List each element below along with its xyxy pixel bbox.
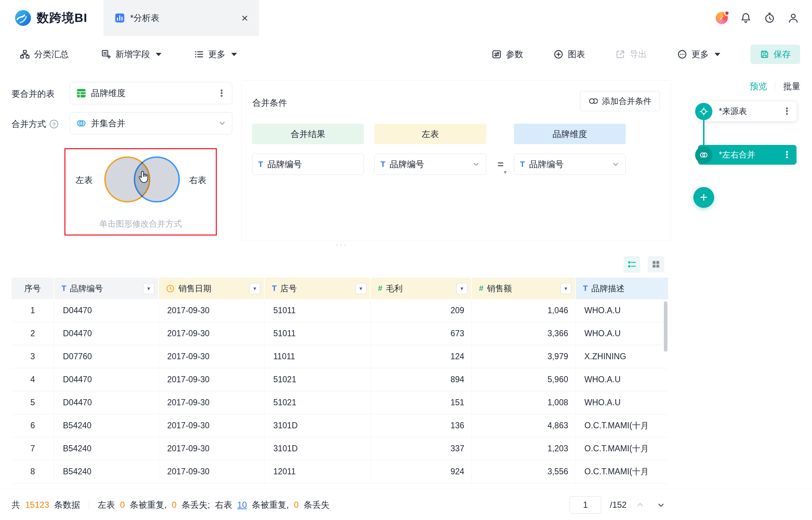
column-header-brand-desc[interactable]: T 品牌描述: [576, 278, 668, 299]
merge-node-venn-icon[interactable]: [695, 146, 712, 164]
save-button[interactable]: 保存: [751, 45, 800, 64]
node-more-icon[interactable]: ⋮: [782, 106, 792, 117]
add-condition-button[interactable]: 添加合并条件: [580, 91, 660, 111]
right-lost-count: 0: [294, 500, 298, 510]
column-filter-button[interactable]: ▼: [249, 283, 260, 294]
cell-index: 2: [12, 322, 54, 345]
cell-sales-amount: 3,366: [472, 322, 576, 345]
classify-summary-button[interactable]: 分类汇总: [20, 49, 69, 60]
column-header-sale-date[interactable]: 销售日期 ▼: [159, 278, 265, 299]
bell-icon[interactable]: [740, 12, 752, 24]
column-filter-button[interactable]: ▼: [456, 283, 467, 294]
operator-select[interactable]: = ▼: [490, 154, 511, 175]
cell-sale-date: 2017-09-30: [159, 299, 265, 322]
cell-brand-desc: X.ZHINING: [576, 345, 668, 368]
table-row[interactable]: 6 B54240 2017-09-30 3101D 136 4,863 O.C.…: [12, 414, 668, 437]
brand-logo-icon: [14, 9, 32, 27]
node-more-icon[interactable]: ⋮: [782, 149, 792, 160]
toolbar-left: 分类汇总 新增字段 更多: [20, 36, 237, 73]
lost-label: 条丢失;: [182, 499, 210, 511]
preview-tab[interactable]: 预览: [750, 81, 767, 92]
panel-resize-handle[interactable]: ···: [316, 240, 367, 250]
cell-store-no: 11011: [265, 345, 371, 368]
chip-label: 品牌维度: [553, 128, 587, 140]
node-left-right-merge[interactable]: *左右合并 ⋮: [698, 145, 797, 165]
merge-conditions-panel: 合并条件 添加合并条件 合并结果 左表 品牌维度 T 品牌编号 T 品牌编号 =…: [241, 80, 671, 241]
merge-table-select[interactable]: 品牌维度 ⋮: [70, 82, 232, 104]
merge-mode-diagram-highlight[interactable]: 左表 右表 单击图形修改合并方式: [64, 148, 217, 236]
add-field-button[interactable]: 新增字段: [101, 49, 161, 60]
table-row[interactable]: 1 D04470 2017-09-30 51011 209 1,046 WHO.…: [12, 299, 668, 322]
vertical-scrollbar[interactable]: [664, 301, 667, 352]
page-total: /152: [610, 500, 627, 510]
cell-sale-date: 2017-09-30: [159, 414, 265, 437]
table-row[interactable]: 4 D04470 2017-09-30 51021 894 5,960 WHO.…: [12, 368, 668, 391]
account-badge-icon[interactable]: ✓: [716, 12, 728, 24]
tab-close-icon[interactable]: ×: [241, 12, 248, 24]
cell-sales-amount: 3,556: [472, 460, 576, 483]
chip-label: 左表: [422, 128, 439, 140]
cell-sale-date: 2017-09-30: [159, 460, 265, 483]
tab-analysis-sheet[interactable]: *分析表 ×: [104, 0, 259, 36]
more-menu-button-right[interactable]: 更多: [677, 49, 720, 60]
merge-mode-value: 并集合并: [91, 118, 126, 129]
column-header-gross-profit[interactable]: # 毛利 ▼: [371, 278, 472, 299]
page-number-input[interactable]: [570, 496, 601, 514]
total-suffix: 条数据: [54, 499, 80, 511]
cell-gross-profit: 209: [371, 299, 472, 322]
page-down-button[interactable]: [653, 497, 669, 512]
cell-brand-code: D07760: [54, 345, 159, 368]
user-icon[interactable]: [788, 12, 799, 24]
cell-sale-date: 2017-09-30: [159, 322, 265, 345]
cell-brand-code: B54240: [54, 414, 159, 437]
right-dup-count-link[interactable]: 10: [237, 500, 247, 510]
grid-view-toggle[interactable]: [648, 256, 664, 273]
params-button[interactable]: 参数: [492, 49, 523, 60]
venn-left-table-label: 左表: [76, 174, 93, 186]
column-header-brand-code[interactable]: T 品牌编号 ▼: [54, 278, 159, 299]
table-row[interactable]: 2 D04470 2017-09-30 51011 673 3,366 WHO.…: [12, 322, 668, 345]
classify-summary-label: 分类汇总: [34, 49, 69, 60]
column-header-sales-amount[interactable]: # 销售额 ▼: [472, 278, 576, 299]
column-header-store-no[interactable]: T 店号 ▼: [265, 278, 371, 299]
chart-button[interactable]: 图表: [553, 49, 585, 60]
text-type-icon: T: [380, 160, 385, 169]
column-label: 毛利: [386, 283, 402, 294]
sidebar-mode-switch: 预览 批量: [750, 81, 800, 92]
status-bar: 共 15123 条数据 左表 0 条被重复, 0 条丢失; 右表 10 条被重复…: [0, 489, 812, 520]
add-condition-label: 添加合并条件: [602, 96, 652, 107]
list-view-toggle[interactable]: [624, 256, 640, 273]
column-filter-button[interactable]: ▼: [560, 283, 571, 294]
history-stopwatch-icon[interactable]: [764, 12, 775, 24]
page-up-button[interactable]: [633, 497, 648, 512]
more-left-label: 更多: [208, 49, 225, 60]
left-field-select[interactable]: T 品牌编号: [374, 154, 486, 175]
sitemap-icon: [20, 49, 30, 59]
right-field-select[interactable]: T 品牌编号: [514, 154, 626, 175]
help-icon[interactable]: ?: [50, 120, 58, 128]
table-row[interactable]: 3 D07760 2017-09-30 11011 124 3,979 X.ZH…: [12, 345, 668, 368]
batch-tab[interactable]: 批量: [783, 81, 800, 92]
cell-store-no: 51011: [265, 299, 371, 322]
cell-sale-date: 2017-09-30: [159, 391, 265, 414]
more-menu-button-left[interactable]: 更多: [194, 49, 237, 60]
merge-mode-select[interactable]: 并集合并: [70, 112, 232, 134]
number-type-icon: #: [479, 284, 483, 293]
result-field-select[interactable]: T 品牌编号: [252, 154, 364, 175]
export-button[interactable]: 导出: [615, 49, 647, 60]
node-source-table[interactable]: *来源表 ⋮: [698, 101, 797, 121]
column-chip-right-table: 品牌维度: [514, 124, 626, 144]
table-row[interactable]: 7 B54240 2017-09-30 3101D 337 1,203 O.C.…: [12, 437, 668, 460]
merge-table-more-icon[interactable]: ⋮: [217, 88, 226, 98]
chart-label: 图表: [568, 49, 585, 60]
source-node-icon[interactable]: [695, 103, 712, 120]
cell-brand-code: D04470: [54, 391, 159, 414]
column-label: 品牌编号: [70, 283, 103, 294]
add-node-button[interactable]: +: [693, 187, 714, 208]
table-row[interactable]: 8 B54240 2017-09-30 12011 924 3,556 O.C.…: [12, 460, 668, 483]
column-filter-button[interactable]: ▼: [355, 283, 366, 294]
dup-label: 条被重复,: [252, 499, 289, 511]
cell-brand-desc: O.C.T.MAMI(十月: [576, 414, 668, 437]
column-filter-button[interactable]: ▼: [143, 283, 154, 294]
table-row[interactable]: 5 D04470 2017-09-30 51021 151 1,008 WHO.…: [12, 391, 668, 414]
